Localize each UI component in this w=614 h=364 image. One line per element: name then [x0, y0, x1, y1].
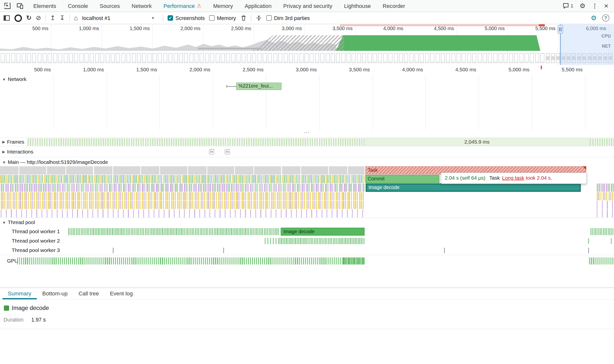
screenshot-thumbnail[interactable]: [425, 53, 429, 63]
history-select[interactable]: localhost #1 ▼: [82, 15, 159, 21]
screenshot-thumbnail[interactable]: [420, 53, 424, 63]
thread-pool-header[interactable]: ▼ Thread pool: [2, 219, 38, 225]
screenshot-thumbnail[interactable]: [362, 53, 366, 63]
tab-network[interactable]: Network: [126, 0, 158, 12]
record-button[interactable]: [15, 14, 22, 22]
gpu-activity[interactable]: [17, 257, 343, 265]
frames-track-header[interactable]: ▶ Frames: [2, 139, 27, 145]
screenshot-thumbnail[interactable]: [530, 53, 534, 63]
screenshot-thumbnail[interactable]: [22, 53, 26, 63]
screenshot-thumbnail[interactable]: [168, 53, 172, 63]
interaction-marker[interactable]: H: [209, 149, 214, 154]
screenshot-thumbnail[interactable]: [357, 53, 361, 63]
screenshot-thumbnail[interactable]: [457, 53, 461, 63]
screenshot-thumbnail[interactable]: [446, 53, 450, 63]
screenshot-thumbnail[interactable]: [79, 53, 83, 63]
help-icon[interactable]: ?: [602, 15, 609, 22]
screenshot-thumbnail[interactable]: [32, 53, 36, 63]
screenshot-thumbnail[interactable]: [153, 53, 157, 63]
interactions-track[interactable]: ▶ Interactions HH: [0, 146, 614, 157]
tab-application[interactable]: Application: [239, 0, 277, 12]
screenshot-thumbnail[interactable]: [504, 53, 508, 63]
screenshot-thumbnail[interactable]: [43, 53, 47, 63]
screenshot-thumbnail[interactable]: [467, 53, 471, 63]
frames-track[interactable]: 2,045.9 ms ▶ Frames: [0, 137, 614, 146]
screenshot-thumbnail[interactable]: [17, 53, 20, 63]
screenshot-thumbnail[interactable]: [158, 53, 162, 63]
screenshot-thumbnail[interactable]: [514, 53, 518, 63]
screenshot-thumbnail[interactable]: [48, 53, 52, 63]
worker-activity[interactable]: [68, 228, 279, 235]
screenshot-thumbnail[interactable]: [210, 53, 214, 63]
network-track[interactable]: ▼ Network %221ere_feui...: [0, 74, 614, 130]
device-toolbar-icon[interactable]: [17, 2, 24, 10]
details-tab-event-log[interactable]: Event log: [104, 288, 138, 299]
tab-lighthouse[interactable]: Lighthouse: [338, 0, 377, 12]
screenshot-thumbnail[interactable]: [551, 53, 555, 63]
live-metrics-home-icon[interactable]: ⌂: [74, 15, 78, 21]
flame-row-activity[interactable]: [597, 201, 614, 209]
screenshot-thumbnail[interactable]: [100, 53, 104, 63]
screenshot-thumbnail[interactable]: [252, 53, 256, 63]
tab-memory[interactable]: Memory: [207, 0, 239, 12]
screenshot-thumbnail[interactable]: [59, 53, 62, 63]
more-options-icon[interactable]: ⋮: [592, 2, 598, 10]
flame-row-activity[interactable]: [1, 209, 365, 217]
screenshot-thumbnail[interactable]: [556, 53, 560, 63]
screenshot-thumbnail[interactable]: [436, 53, 440, 63]
screenshot-thumbnail[interactable]: [383, 53, 387, 63]
worker-image-decode-bar[interactable]: Image decode: [281, 228, 365, 236]
screenshot-thumbnail[interactable]: [116, 53, 120, 63]
tab-elements[interactable]: Elements: [27, 0, 62, 12]
details-tab-call-tree[interactable]: Call tree: [73, 288, 104, 299]
screenshot-thumbnail[interactable]: [498, 53, 502, 63]
screenshot-thumbnail[interactable]: [394, 53, 398, 63]
screenshot-thumbnail[interactable]: [472, 53, 476, 63]
screenshot-thumbnail[interactable]: [11, 53, 15, 63]
screenshot-thumbnail[interactable]: [352, 53, 356, 63]
flame-row-activity[interactable]: [597, 192, 614, 200]
long-frame-bar[interactable]: 2,045.9 ms: [364, 138, 590, 146]
worker-activity[interactable]: [265, 238, 277, 244]
screenshot-thumbnail[interactable]: [525, 53, 529, 63]
main-track-header[interactable]: ▼ Main — http://localhost:51929/imageDec…: [2, 159, 110, 165]
screenshot-thumbnail[interactable]: [237, 53, 241, 63]
screenshot-thumbnail[interactable]: [163, 53, 167, 63]
screenshot-thumbnail[interactable]: [6, 53, 10, 63]
settings-gear-icon[interactable]: ⚙: [580, 2, 586, 10]
screenshot-thumbnail[interactable]: [389, 53, 392, 63]
screenshot-thumbnail[interactable]: [226, 53, 230, 63]
garbage-collect-icon[interactable]: [240, 15, 246, 21]
screenshot-thumbnail[interactable]: [258, 53, 262, 63]
network-track-header[interactable]: ▼ Network: [2, 76, 29, 82]
screenshot-thumbnail[interactable]: [315, 53, 319, 63]
screenshot-thumbnail[interactable]: [95, 53, 99, 63]
details-tab-summary[interactable]: Summary: [2, 288, 37, 299]
capture-settings-gear-icon[interactable]: ⚙: [591, 14, 597, 22]
screenshot-thumbnail[interactable]: [488, 53, 492, 63]
screenshot-thumbnail[interactable]: [142, 53, 146, 63]
screenshot-thumbnail[interactable]: [242, 53, 246, 63]
inspect-element-icon[interactable]: [4, 2, 11, 10]
screenshot-thumbnail[interactable]: [174, 53, 178, 63]
flame-row-activity[interactable]: [1, 201, 365, 209]
save-profile-icon[interactable]: ↧: [60, 15, 65, 21]
screenshot-thumbnail[interactable]: [430, 53, 434, 63]
screenshot-thumbnail[interactable]: [105, 53, 109, 63]
screenshot-thumbnail[interactable]: [69, 53, 73, 63]
screenshot-thumbnail[interactable]: [85, 53, 89, 63]
tab-privacy-and-security[interactable]: Privacy and security: [277, 0, 338, 12]
screenshot-thumbnail[interactable]: [268, 53, 272, 63]
screenshot-thumbnail[interactable]: [320, 53, 324, 63]
screenshot-thumbnail[interactable]: [326, 53, 329, 63]
worker-activity[interactable]: [278, 238, 365, 244]
timeline-overview[interactable]: 500 ms1,000 ms1,500 ms2,000 ms2,500 ms3,…: [0, 24, 614, 65]
screenshot-thumbnail[interactable]: [200, 53, 204, 63]
worker-label[interactable]: Thread pool worker 2: [12, 238, 60, 244]
close-devtools-icon[interactable]: ✕: [604, 3, 609, 9]
flame-row-activity[interactable]: [0, 166, 365, 174]
screenshot-thumbnail[interactable]: [409, 53, 413, 63]
issues-counter[interactable]: 1: [563, 3, 573, 9]
screenshot-thumbnail[interactable]: [247, 53, 251, 63]
screenshot-thumbnail[interactable]: [111, 53, 115, 63]
